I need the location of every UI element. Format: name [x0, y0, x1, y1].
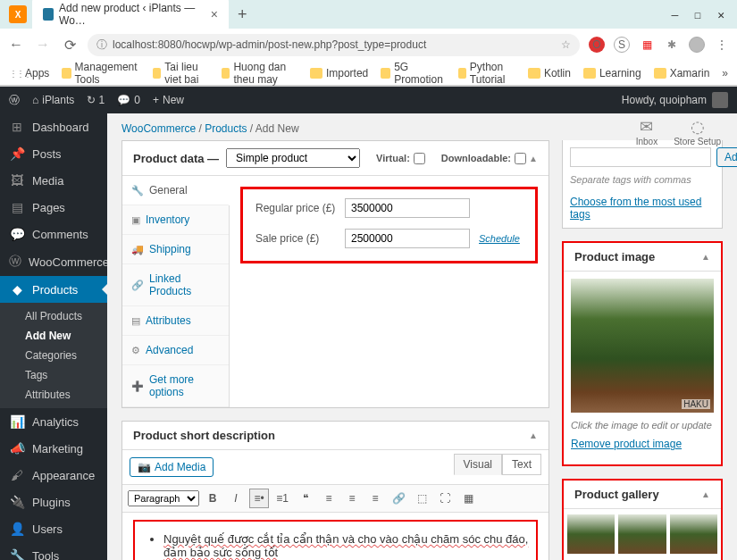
toolbar-toggle-icon[interactable]: ▦	[458, 489, 478, 508]
bold-icon[interactable]: B	[203, 489, 222, 508]
quote-icon[interactable]: ❝	[296, 489, 315, 508]
tab-shipping[interactable]: 🚚Shipping	[122, 235, 229, 264]
submenu-categories[interactable]: Categories	[0, 346, 107, 365]
bookmark-item[interactable]: 5G Promotion	[381, 61, 446, 86]
tab-advanced[interactable]: ⚙Advanced	[122, 336, 229, 365]
bookmark-item[interactable]: Imported	[310, 67, 368, 79]
bullet-list-icon[interactable]: ≡•	[249, 489, 269, 508]
most-used-tags-link[interactable]: Choose from the most used tags	[563, 192, 722, 228]
gallery-thumb[interactable]	[567, 514, 615, 554]
ext-s-icon[interactable]: S	[614, 37, 630, 53]
updates-icon[interactable]: ↻ 1	[87, 94, 105, 106]
site-info-icon[interactable]: ⓘ	[96, 38, 107, 53]
bookmark-star-icon[interactable]: ☆	[561, 38, 571, 51]
link-icon[interactable]: 🔗	[389, 489, 408, 508]
wp-logo-icon[interactable]: ⓦ	[9, 93, 20, 108]
close-tab-icon[interactable]: ×	[211, 7, 218, 21]
tab-general[interactable]: 🔧General	[122, 176, 230, 205]
submenu-attributes[interactable]: Attributes	[0, 385, 107, 405]
submenu-all-products[interactable]: All Products	[0, 306, 107, 326]
close-window-icon[interactable]: ✕	[717, 8, 724, 21]
submenu-tags[interactable]: Tags	[0, 365, 107, 385]
submenu-add-new[interactable]: Add New	[0, 326, 107, 346]
toggle-panel-icon[interactable]: ▲	[701, 489, 710, 499]
menu-appearance[interactable]: 🖌Appearance	[0, 462, 107, 489]
menu-woocommerce[interactable]: ⓦWooCommerce	[0, 247, 107, 276]
new-content[interactable]: + New	[153, 94, 184, 106]
text-tab[interactable]: Text	[502, 454, 541, 475]
ext-grid-icon[interactable]: ▦	[639, 37, 655, 53]
menu-products[interactable]: ◆Products	[0, 276, 107, 303]
forward-icon[interactable]: →	[34, 37, 52, 53]
gallery-thumb[interactable]	[670, 514, 717, 554]
menu-marketing[interactable]: 📣Marketing	[0, 435, 107, 462]
remove-image-link[interactable]: Remove product image	[571, 434, 714, 457]
product-image-thumb[interactable]	[571, 279, 714, 413]
visual-tab[interactable]: Visual	[454, 454, 502, 475]
user-avatar-icon[interactable]	[712, 92, 728, 108]
bookmarks-overflow-icon[interactable]: »	[722, 67, 728, 79]
tab-attributes[interactable]: ▤Attributes	[122, 306, 229, 336]
menu-pages[interactable]: ▤Pages	[0, 194, 107, 221]
product-type-select[interactable]: Simple product	[226, 148, 360, 168]
align-right-icon[interactable]: ≡	[365, 489, 385, 508]
ext-puzzle-icon[interactable]: ✱	[664, 37, 680, 53]
menu-posts[interactable]: 📌Posts	[0, 140, 107, 167]
store-setup-button[interactable]: ◌Store Setup	[674, 117, 721, 146]
maximize-icon[interactable]: ☐	[694, 8, 701, 21]
apps-shortcut[interactable]: Apps	[9, 67, 49, 79]
align-left-icon[interactable]: ≡	[319, 489, 339, 508]
bookmark-item[interactable]: Huong dan theu may	[222, 61, 297, 86]
fullscreen-icon[interactable]: ⛶	[435, 489, 455, 508]
bookmark-item[interactable]: Learning	[583, 67, 641, 79]
tag-input[interactable]	[570, 147, 711, 167]
bookmark-item[interactable]: Xamarin	[654, 67, 710, 79]
number-list-icon[interactable]: ≡1	[272, 489, 292, 508]
tab-inventory[interactable]: ▣Inventory	[122, 205, 229, 235]
howdy-text[interactable]: Howdy, quoipham	[622, 94, 707, 106]
insert-icon[interactable]: ⬚	[412, 489, 431, 508]
menu-analytics[interactable]: 📊Analytics	[0, 408, 107, 435]
menu-dashboard[interactable]: ⊞Dashboard	[0, 113, 107, 140]
toggle-panel-icon[interactable]: ▲	[529, 430, 538, 440]
tab-more-options[interactable]: ➕Get more options	[122, 365, 229, 407]
toggle-panel-icon[interactable]: ▲	[701, 252, 710, 262]
minimize-icon[interactable]: —	[672, 8, 679, 21]
downloadable-checkbox[interactable]	[515, 153, 526, 164]
bookmark-item[interactable]: Management Tools	[62, 61, 140, 86]
align-center-icon[interactable]: ≡	[342, 489, 362, 508]
crumb-products[interactable]: Products	[205, 122, 247, 135]
bookmark-item[interactable]: Tai lieu viet bai	[153, 61, 209, 86]
reload-icon[interactable]: ⟳	[61, 37, 79, 54]
menu-users[interactable]: 👤Users	[0, 515, 107, 542]
gallery-thumb[interactable]	[618, 514, 666, 554]
bookmark-item[interactable]: Kotlin	[528, 67, 571, 79]
menu-media[interactable]: 🖾Media	[0, 167, 107, 194]
italic-icon[interactable]: I	[226, 489, 246, 508]
ext-opera-icon[interactable]: O	[589, 37, 605, 53]
comments-count[interactable]: 💬 0	[117, 94, 140, 106]
menu-comments[interactable]: 💬Comments	[0, 221, 107, 247]
regular-price-input[interactable]	[345, 198, 470, 218]
new-tab-button[interactable]: +	[229, 5, 256, 24]
toggle-panel-icon[interactable]: ▲	[529, 154, 538, 163]
bookmark-item[interactable]: Python Tutorial	[458, 61, 515, 86]
sale-price-input[interactable]	[345, 229, 470, 248]
tab-linked[interactable]: 🔗Linked Products	[122, 264, 229, 306]
back-icon[interactable]: ←	[7, 37, 25, 53]
add-tag-button[interactable]: Add	[716, 147, 737, 167]
crumb-woocommerce[interactable]: WooCommerce	[121, 122, 196, 135]
site-name[interactable]: ⌂ iPlants	[32, 94, 74, 106]
menu-tools[interactable]: 🔧Tools	[0, 542, 107, 560]
address-bar[interactable]: ⓘ localhost:8080/hocwp/wp-admin/post-new…	[88, 34, 580, 56]
schedule-link[interactable]: Schedule	[479, 233, 520, 244]
editor-content[interactable]: Nguyệt quế được cắt tỉa cẩn thận và cho …	[122, 513, 549, 560]
menu-dots-icon[interactable]: ⋮	[714, 37, 730, 53]
profile-avatar-icon[interactable]	[689, 37, 705, 53]
add-media-button[interactable]: 📷Add Media	[130, 457, 214, 477]
virtual-checkbox[interactable]	[414, 153, 425, 164]
inbox-button[interactable]: ✉Inbox	[636, 117, 657, 146]
menu-plugins[interactable]: 🔌Plugins	[0, 489, 107, 515]
browser-tab[interactable]: Add new product ‹ iPlants — Wo… ×	[32, 0, 229, 32]
format-select[interactable]: Paragraph	[128, 490, 199, 506]
